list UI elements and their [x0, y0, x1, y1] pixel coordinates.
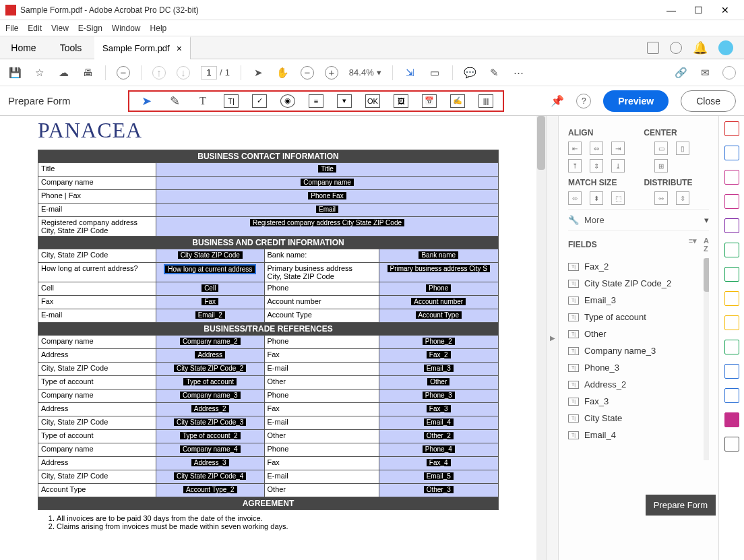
align-bottom-icon[interactable]: ⤓ — [611, 159, 625, 173]
form-field[interactable]: Email_3 — [379, 363, 498, 376]
pin-icon[interactable]: 📌 — [551, 94, 564, 107]
form-field[interactable]: Bank name — [379, 249, 498, 263]
form-field[interactable]: Primary business address City S — [379, 263, 498, 282]
read-mode-icon[interactable]: ▭ — [428, 66, 441, 80]
form-field[interactable]: Address_2 — [156, 403, 265, 416]
field-list-item[interactable]: T|City State — [568, 410, 709, 427]
save-icon[interactable]: 💾 — [8, 66, 22, 80]
preview-button[interactable]: Preview — [603, 90, 669, 112]
match-both-icon[interactable]: ⬚ — [611, 191, 625, 205]
rail-more-icon[interactable] — [724, 437, 739, 452]
comment-icon[interactable]: 💬 — [464, 66, 477, 80]
match-height-icon[interactable]: ⬍ — [590, 191, 603, 205]
center-both-icon[interactable]: ⊞ — [654, 159, 668, 173]
menu-edit[interactable]: Edit — [28, 24, 42, 33]
document-area[interactable]: PANACEA BUSINESS CONTACT INFORMATIONTitl… — [0, 116, 546, 560]
form-field[interactable]: How long at current address — [156, 263, 265, 282]
form-field[interactable]: Fax_4 — [379, 457, 498, 470]
form-field[interactable]: Email_4 — [379, 416, 498, 430]
field-list-item[interactable]: T|Fax_2 — [568, 258, 709, 275]
rail-export-icon[interactable] — [724, 218, 739, 233]
menu-help[interactable]: Help — [150, 24, 167, 33]
zoom-plus-icon[interactable]: + — [325, 66, 338, 80]
form-field[interactable]: Other_2 — [379, 430, 498, 443]
form-field[interactable]: Title — [156, 163, 499, 177]
rail-sign-icon[interactable] — [724, 194, 739, 209]
align-middle-icon[interactable]: ⇕ — [590, 159, 603, 173]
signature-field-icon[interactable]: ✍ — [450, 94, 465, 108]
date-field-icon[interactable]: 📅 — [422, 94, 437, 108]
rail-prepare-form-icon[interactable] — [724, 412, 739, 427]
star-icon[interactable]: ☆ — [32, 66, 46, 80]
sort-order-icon[interactable]: ≡▾ — [689, 237, 697, 253]
field-list-item[interactable]: T|Company name_3 — [568, 342, 709, 359]
form-field[interactable]: Email_5 — [379, 470, 498, 484]
center-h-icon[interactable]: ▭ — [654, 142, 668, 155]
align-right-icon[interactable]: ⇥ — [611, 142, 625, 155]
form-field[interactable]: Phone_4 — [379, 443, 498, 457]
center-v-icon[interactable]: ▯ — [676, 142, 689, 155]
user-avatar[interactable] — [718, 40, 733, 55]
text-field-icon[interactable]: T| — [224, 94, 239, 108]
form-field[interactable]: Phone_3 — [379, 390, 498, 403]
list-box-icon[interactable]: ≡ — [309, 94, 323, 108]
share-icon[interactable] — [647, 42, 659, 54]
form-field[interactable]: Phone_2 — [379, 336, 498, 349]
profile-icon[interactable] — [722, 66, 736, 80]
zoom-minus-icon[interactable]: − — [301, 66, 314, 80]
form-field[interactable]: Fax_2 — [379, 349, 498, 363]
fit-width-icon[interactable]: ⇲ — [404, 66, 417, 80]
distribute-h-icon[interactable]: ⇿ — [654, 191, 668, 205]
page-current-input[interactable] — [201, 66, 217, 80]
field-list-item[interactable]: T|Other — [568, 325, 709, 342]
rail-scan-icon[interactable] — [724, 267, 739, 282]
sort-az-icon[interactable]: AZ — [704, 237, 709, 253]
help-icon[interactable] — [670, 42, 682, 54]
menu-esign[interactable]: E-Sign — [78, 24, 102, 33]
minimize-button[interactable]: — — [658, 1, 685, 20]
form-field[interactable]: Company name_3 — [156, 390, 265, 403]
pointer-icon[interactable]: ➤ — [252, 66, 266, 80]
distribute-v-icon[interactable]: ⇳ — [676, 191, 689, 205]
zoom-dropdown-icon[interactable]: ▾ — [377, 67, 381, 77]
form-field[interactable]: Company name_4 — [156, 443, 265, 457]
zoom-value[interactable]: 84.4% — [349, 67, 374, 77]
menu-view[interactable]: View — [51, 24, 69, 33]
align-top-icon[interactable]: ⤒ — [568, 159, 582, 173]
home-tab[interactable]: Home — [0, 36, 47, 59]
menu-file[interactable]: File — [5, 24, 18, 33]
form-field[interactable]: Account Type_2 — [156, 484, 265, 497]
doc-scrollbar[interactable] — [536, 116, 546, 560]
text-icon[interactable]: T — [195, 94, 210, 108]
ok-button-icon[interactable]: OK — [365, 94, 380, 108]
rail-media-icon[interactable] — [724, 388, 739, 403]
form-field[interactable]: Company name — [156, 177, 499, 190]
highlight-icon[interactable]: ✎ — [488, 66, 501, 80]
field-list-item[interactable]: T|Email_4 — [568, 427, 709, 443]
form-field[interactable]: Fax_3 — [379, 403, 498, 416]
match-width-icon[interactable]: ⬄ — [568, 191, 582, 205]
field-list-item[interactable]: T|Address_2 — [568, 376, 709, 393]
rail-edit-icon[interactable] — [724, 170, 739, 185]
field-list-item[interactable]: T|City State ZIP Code_2 — [568, 275, 709, 292]
form-field[interactable]: City State ZIP Code — [156, 249, 265, 263]
field-scroll-thumb[interactable] — [704, 258, 709, 292]
form-field[interactable]: Account Type — [379, 309, 498, 323]
field-list-item[interactable]: T|Type of account — [568, 309, 709, 325]
align-left-icon[interactable]: ⇤ — [568, 142, 582, 155]
checkbox-icon[interactable]: ✓ — [252, 94, 267, 108]
form-field[interactable]: City State ZIP Code_3 — [156, 416, 265, 430]
form-field[interactable]: City State ZIP Code_4 — [156, 470, 265, 484]
field-list-item[interactable]: T|Email_3 — [568, 292, 709, 309]
document-tab[interactable]: Sample Form.pdf × — [94, 36, 191, 59]
form-field[interactable]: Fax — [156, 296, 265, 309]
form-field[interactable]: Phone Fax — [156, 190, 499, 204]
rail-organize-icon[interactable] — [724, 243, 739, 257]
select-tool-icon[interactable]: ➤ — [139, 94, 154, 108]
edit-text-icon[interactable]: ✎ — [167, 94, 182, 108]
more-row[interactable]: 🔧 More ▾ — [568, 209, 709, 231]
close-window-button[interactable]: ✕ — [712, 1, 739, 20]
print-icon[interactable]: 🖶 — [81, 66, 94, 80]
field-list-item[interactable]: T|Phone_3 — [568, 359, 709, 376]
field-list-scrollbar[interactable] — [704, 258, 709, 460]
